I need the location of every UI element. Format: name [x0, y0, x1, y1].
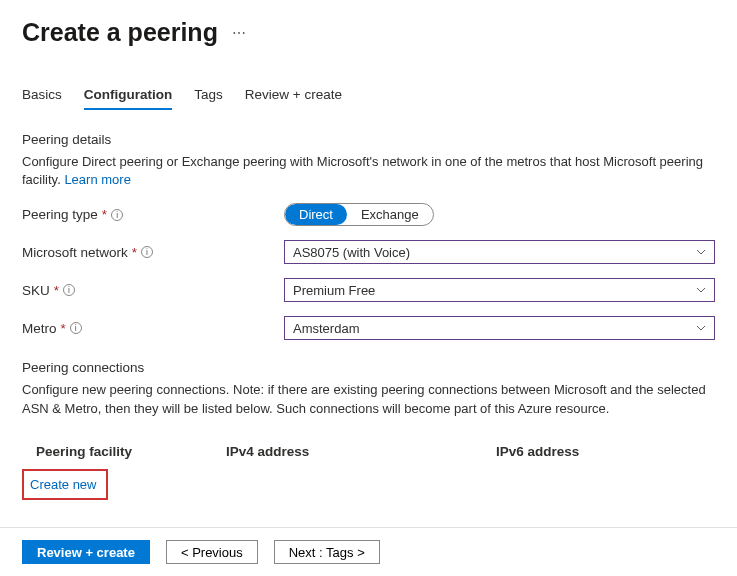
metro-select[interactable]: Amsterdam	[284, 316, 715, 340]
required-mark: *	[132, 245, 137, 260]
label-text: SKU	[22, 283, 50, 298]
create-new-link[interactable]: Create new	[30, 477, 96, 492]
peering-type-label: Peering type * i	[22, 207, 284, 222]
chevron-down-icon	[696, 247, 706, 257]
next-button[interactable]: Next : Tags >	[274, 540, 380, 564]
peering-connections-heading: Peering connections	[22, 360, 715, 375]
column-peering-facility: Peering facility	[36, 444, 226, 459]
column-ipv6: IPv6 address	[496, 444, 715, 459]
microsoft-network-label: Microsoft network * i	[22, 245, 284, 260]
connections-table-header: Peering facility IPv4 address IPv6 addre…	[22, 444, 715, 459]
sku-label: SKU * i	[22, 283, 284, 298]
select-value: AS8075 (with Voice)	[293, 245, 410, 260]
sku-select[interactable]: Premium Free	[284, 278, 715, 302]
previous-button[interactable]: < Previous	[166, 540, 258, 564]
tab-bar: Basics Configuration Tags Review + creat…	[22, 87, 715, 110]
microsoft-network-select[interactable]: AS8075 (with Voice)	[284, 240, 715, 264]
column-ipv4: IPv4 address	[226, 444, 496, 459]
required-mark: *	[54, 283, 59, 298]
label-text: Peering type	[22, 207, 98, 222]
info-icon[interactable]: i	[70, 322, 82, 334]
review-create-button[interactable]: Review + create	[22, 540, 150, 564]
pill-exchange[interactable]: Exchange	[347, 204, 433, 225]
more-icon[interactable]: ⋯	[232, 25, 247, 41]
tab-configuration[interactable]: Configuration	[84, 87, 172, 110]
info-icon[interactable]: i	[111, 209, 123, 221]
info-icon[interactable]: i	[141, 246, 153, 258]
tab-review-create[interactable]: Review + create	[245, 87, 342, 110]
label-text: Microsoft network	[22, 245, 128, 260]
peering-details-heading: Peering details	[22, 132, 715, 147]
learn-more-link[interactable]: Learn more	[64, 172, 130, 187]
required-mark: *	[61, 321, 66, 336]
label-text: Metro	[22, 321, 57, 336]
pill-direct[interactable]: Direct	[285, 204, 347, 225]
footer-bar: Review + create < Previous Next : Tags >	[0, 527, 737, 564]
tab-tags[interactable]: Tags	[194, 87, 223, 110]
chevron-down-icon	[696, 323, 706, 333]
info-icon[interactable]: i	[63, 284, 75, 296]
create-new-highlight: Create new	[22, 469, 108, 500]
peering-type-toggle[interactable]: Direct Exchange	[284, 203, 434, 226]
chevron-down-icon	[696, 285, 706, 295]
select-value: Premium Free	[293, 283, 375, 298]
required-mark: *	[102, 207, 107, 222]
select-value: Amsterdam	[293, 321, 359, 336]
tab-basics[interactable]: Basics	[22, 87, 62, 110]
peering-details-desc: Configure Direct peering or Exchange pee…	[22, 153, 715, 189]
page-title: Create a peering	[22, 18, 218, 47]
metro-label: Metro * i	[22, 321, 284, 336]
peering-connections-desc: Configure new peering connections. Note:…	[22, 381, 715, 417]
